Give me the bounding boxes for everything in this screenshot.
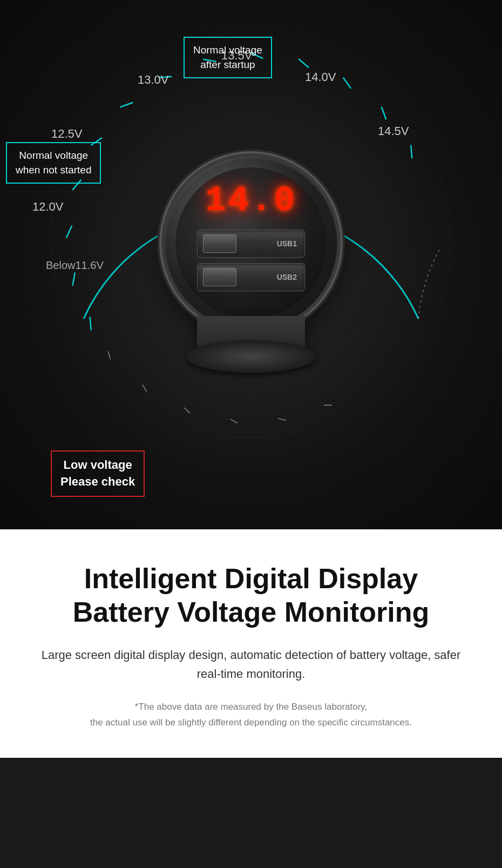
bottom-section: Intelligent Digital Display Battery Volt…	[0, 529, 502, 758]
svg-line-13	[411, 145, 412, 159]
voltage-13v: 13.0V	[138, 73, 169, 87]
voltage-12-5v: 12.5V	[51, 127, 83, 141]
charger-stub-ring	[186, 340, 316, 373]
normal-not-started-label: Normal voltage when not started	[6, 142, 101, 184]
usb-port-1: USB1	[197, 230, 305, 258]
svg-line-2	[73, 272, 75, 286]
voltage-14-5v: 14.5V	[378, 124, 409, 138]
svg-line-3	[66, 226, 72, 238]
charger-face: 14.0 USB1 USB2	[175, 167, 327, 319]
normal-startup-label: Normal voltage after startup	[184, 37, 272, 78]
voltage-12v: 12.0V	[32, 200, 64, 214]
low-voltage-label: Low voltage Please check	[51, 450, 145, 497]
car-charger: 14.0 USB1 USB2	[159, 157, 343, 383]
voltage-below: Below11.6V	[46, 259, 104, 272]
svg-line-15	[143, 385, 147, 392]
svg-line-18	[278, 418, 286, 420]
svg-line-1	[90, 317, 91, 331]
usb-port-2: USB2	[197, 263, 305, 291]
svg-line-14	[108, 352, 111, 359]
svg-line-10	[299, 59, 309, 68]
hero-section: 12.0V 12.5V 13.0V 13.5V 14.0V 14.5V Belo…	[0, 0, 502, 529]
disclaimer-text: *The above data are measured by the Base…	[32, 699, 470, 731]
charger-outer-ring: 14.0 USB1 USB2	[165, 157, 337, 329]
voltage-display: 14.0	[205, 184, 297, 218]
svg-line-6	[120, 103, 133, 107]
svg-line-16	[184, 408, 190, 414]
svg-line-17	[230, 419, 238, 423]
svg-line-12	[382, 107, 386, 119]
description-text: Large screen digital display design, aut…	[32, 645, 470, 683]
usb2-label: USB2	[277, 273, 297, 281]
main-title: Intelligent Digital Display Battery Volt…	[32, 562, 470, 629]
voltage-14v: 14.0V	[305, 70, 336, 84]
usb1-label: USB1	[277, 239, 297, 248]
svg-line-11	[343, 77, 351, 88]
